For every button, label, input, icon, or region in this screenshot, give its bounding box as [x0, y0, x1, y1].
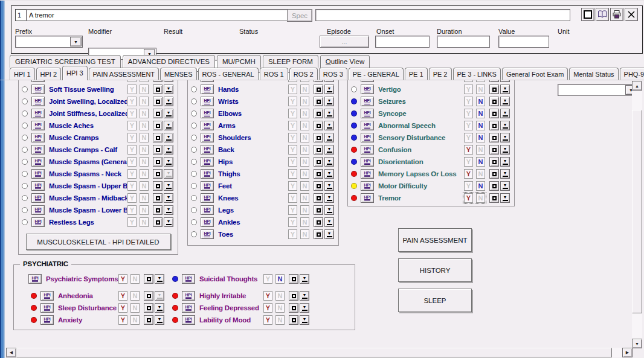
tab-mental-status[interactable]: Mental Status	[569, 68, 618, 80]
status-bullet-indicator[interactable]	[191, 207, 197, 213]
no-button[interactable]: N	[300, 109, 309, 118]
scroll-right-button[interactable]: ▶	[622, 348, 633, 357]
yes-button[interactable]: Y	[464, 85, 473, 94]
status-bullet-indicator[interactable]	[191, 98, 197, 104]
hpi-button[interactable]: HPI	[31, 145, 45, 155]
comment-square-button[interactable]	[489, 80, 499, 82]
no-button[interactable]: N	[130, 303, 140, 313]
yes-button[interactable]: Y	[263, 274, 272, 284]
hpi-button[interactable]: HPI	[201, 121, 214, 130]
hpi-button[interactable]: HPI	[361, 85, 374, 94]
no-button[interactable]: N	[300, 157, 309, 167]
comment-square-button[interactable]	[153, 169, 163, 179]
tab-ros-2[interactable]: ROS 2	[289, 68, 318, 80]
hpi-button[interactable]: HPI	[201, 133, 214, 142]
comment-square-button[interactable]	[153, 217, 163, 227]
tab-ros-1[interactable]: ROS 1	[260, 68, 288, 80]
comment-square-button[interactable]	[314, 193, 323, 203]
hpi-button[interactable]: HPI	[361, 80, 374, 82]
comment-square-button[interactable]	[153, 157, 163, 167]
hpi-button[interactable]: HPI	[31, 193, 45, 203]
hpi-button[interactable]: HPI	[361, 145, 374, 155]
yes-button[interactable]: Y	[288, 229, 297, 239]
row-dropdown-button[interactable]: ▼	[164, 157, 173, 167]
status-bullet-indicator[interactable]	[22, 123, 28, 129]
no-button[interactable]: N	[476, 97, 485, 106]
status-bullet-indicator[interactable]	[31, 293, 37, 299]
no-button[interactable]: N	[300, 217, 309, 227]
yes-button[interactable]: Y	[288, 181, 297, 191]
yes-button[interactable]: Y	[263, 315, 272, 325]
row-dropdown-button[interactable]: ▼	[324, 205, 334, 215]
spec-button[interactable]: Spec	[287, 9, 312, 22]
row-dropdown-button[interactable]: ▼	[164, 217, 173, 227]
side-button-history[interactable]: HISTORY	[398, 258, 472, 282]
status-bullet-indicator[interactable]	[351, 171, 357, 177]
comment-square-button[interactable]	[314, 229, 323, 239]
status-bullet-indicator[interactable]	[31, 305, 37, 311]
status-bullet-indicator[interactable]	[172, 293, 178, 299]
comment-square-button[interactable]	[489, 109, 499, 118]
comment-square-button[interactable]	[314, 97, 323, 106]
hpi-button[interactable]: HPI	[361, 109, 374, 118]
row-dropdown-button[interactable]: ▼	[324, 80, 334, 82]
comment-square-button[interactable]	[489, 181, 499, 191]
status-bullet-indicator[interactable]	[191, 86, 197, 92]
row-dropdown-button[interactable]: ▼	[324, 97, 334, 106]
status-bullet-indicator[interactable]	[351, 147, 357, 153]
yes-button[interactable]: Y	[288, 121, 297, 130]
no-button[interactable]: N	[476, 133, 485, 142]
yes-button[interactable]: Y	[288, 109, 297, 118]
hpi-button[interactable]: HPI	[361, 193, 374, 203]
tab-menses[interactable]: MENSES	[160, 68, 196, 80]
no-button[interactable]: N	[275, 274, 285, 284]
hpi-button[interactable]: HPI	[201, 169, 214, 179]
comment-square-button[interactable]	[289, 274, 298, 284]
tab-pe-3-links[interactable]: PE 3 - LINKS	[453, 68, 501, 80]
hpi-button[interactable]: HPI	[31, 85, 45, 94]
onset-input[interactable]	[375, 36, 430, 48]
comment-square-button[interactable]	[153, 181, 163, 191]
comment-square-button[interactable]	[489, 133, 499, 142]
vertical-scrollbar-thumb[interactable]	[632, 110, 642, 313]
row-dropdown-button[interactable]: ▼	[164, 109, 173, 118]
no-button[interactable]: N	[476, 109, 485, 118]
tab-pe-2[interactable]: PE 2	[429, 68, 452, 80]
hpi-button[interactable]: HPI	[31, 205, 45, 215]
tab-hpi-3[interactable]: HPI 3	[62, 66, 88, 80]
prefix-select[interactable]: ▼	[15, 36, 83, 48]
hpi-button[interactable]: HPI	[361, 181, 374, 191]
horizontal-scrollbar[interactable]: ◀ ▶	[6, 348, 633, 357]
hpi-button[interactable]: HPI	[201, 109, 214, 118]
yes-button[interactable]: Y	[288, 80, 297, 82]
status-bullet-indicator[interactable]	[22, 159, 28, 165]
row-dropdown-button[interactable]: ▼	[164, 205, 173, 215]
yes-button[interactable]: Y	[127, 157, 137, 167]
hpi-button[interactable]: HPI	[201, 85, 214, 94]
status-bullet-indicator[interactable]	[172, 305, 178, 311]
row-dropdown-button[interactable]: ▼	[155, 303, 164, 313]
no-button[interactable]: N	[476, 193, 485, 203]
no-button[interactable]: N	[300, 169, 309, 179]
row-dropdown-button[interactable]: ▼	[324, 85, 334, 94]
hpi-button[interactable]: HPI	[31, 80, 45, 82]
vertical-scrollbar[interactable]: ▲ ▼	[632, 81, 642, 348]
status-bullet-indicator[interactable]	[22, 147, 28, 153]
row-dropdown-button[interactable]: ▼	[324, 133, 334, 142]
row-dropdown-button[interactable]: ▼	[500, 145, 510, 155]
status-bullet-indicator[interactable]	[22, 135, 28, 141]
yes-button[interactable]: Y	[288, 205, 297, 215]
status-bullet-indicator[interactable]	[22, 207, 28, 213]
row-dropdown-button[interactable]: ▼	[164, 193, 173, 203]
hpi-button[interactable]: HPI	[201, 193, 214, 203]
status-bullet-indicator[interactable]	[351, 183, 357, 189]
row-dropdown-button[interactable]: ▼	[164, 169, 173, 179]
no-button[interactable]: N	[140, 97, 149, 106]
yes-button[interactable]: Y	[464, 109, 473, 118]
tab-hpi-1[interactable]: HPI 1	[10, 68, 35, 80]
row-dropdown-button[interactable]: ▼	[500, 169, 510, 179]
tab-outline-view[interactable]: Outline View	[320, 55, 370, 68]
yes-button[interactable]: Y	[464, 157, 473, 167]
status-bullet-indicator[interactable]	[191, 171, 197, 177]
comment-square-button[interactable]	[144, 274, 153, 284]
